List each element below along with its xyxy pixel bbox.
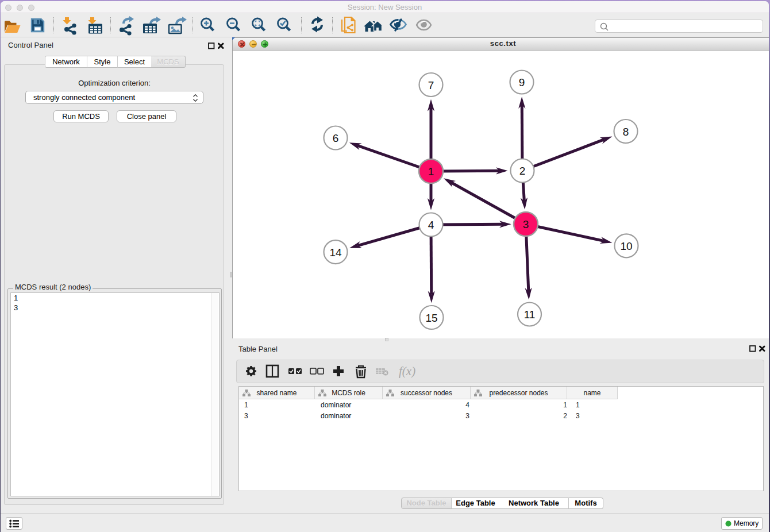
svg-text:8: 8 — [623, 126, 629, 138]
svg-text:10: 10 — [620, 240, 632, 252]
svg-text:6: 6 — [333, 132, 339, 144]
svg-text:11: 11 — [524, 309, 536, 321]
svg-text:14: 14 — [329, 246, 342, 259]
svg-text:15: 15 — [425, 312, 437, 324]
svg-text:4: 4 — [428, 219, 434, 231]
svg-text:7: 7 — [428, 79, 434, 91]
svg-text:9: 9 — [519, 76, 525, 88]
svg-text:f(x): f(x) — [399, 364, 415, 378]
svg-text:2: 2 — [519, 165, 526, 177]
svg-text:3: 3 — [523, 218, 529, 230]
svg-text:1: 1 — [428, 165, 434, 178]
